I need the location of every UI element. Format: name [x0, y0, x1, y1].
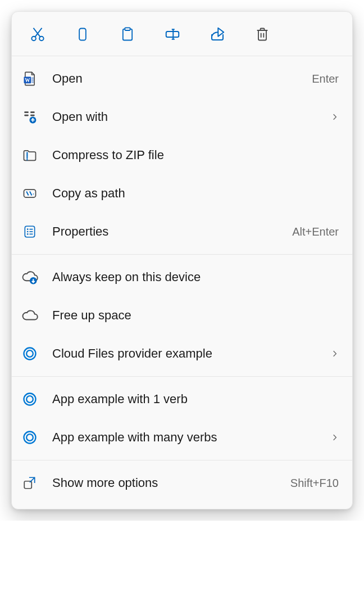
menu-item-app-many[interactable]: App example with many verbs: [12, 418, 352, 457]
menu-label: Compress to ZIP file: [52, 148, 339, 162]
chevron-right-icon: [331, 113, 339, 121]
menu-item-free-space[interactable]: Free up space: [12, 296, 352, 335]
cloud-icon: [21, 306, 39, 324]
menu-item-always-keep[interactable]: Always keep on this device: [12, 258, 352, 296]
rename-icon: [164, 26, 181, 43]
svg-point-26: [27, 231, 29, 233]
svg-point-28: [27, 233, 29, 235]
swirl-icon: [21, 428, 39, 446]
menu-item-cloud-provider[interactable]: Cloud Files provider example: [12, 335, 352, 373]
cloud-keep-icon: [21, 268, 39, 286]
svg-point-36: [26, 434, 33, 441]
chevron-right-icon: [331, 350, 339, 358]
svg-point-31: [24, 348, 36, 360]
share-button[interactable]: [204, 21, 231, 48]
cut-icon: [29, 26, 46, 43]
svg-rect-17: [24, 115, 29, 116]
menu-item-properties[interactable]: Properties Alt+Enter: [12, 213, 352, 251]
chevron-right-icon: [331, 434, 339, 441]
menu-label: App example with 1 verb: [52, 392, 339, 407]
svg-point-0: [31, 37, 36, 41]
shortcut-label: Alt+Enter: [292, 225, 339, 238]
properties-icon: [21, 223, 39, 241]
svg-rect-6: [125, 28, 130, 30]
shortcut-label: Shift+F10: [290, 477, 339, 490]
menu-item-open[interactable]: W Open Enter: [12, 60, 352, 98]
svg-point-1: [39, 37, 44, 41]
menu-item-app-1verb[interactable]: App example with 1 verb: [12, 380, 352, 418]
menu-label: Properties: [52, 224, 292, 239]
svg-rect-4: [79, 29, 86, 40]
open-with-icon: [21, 108, 39, 126]
show-more-icon: [21, 474, 39, 492]
menu-label: Cloud Files provider example: [52, 346, 331, 361]
toolbar: [12, 12, 352, 56]
svg-text:W: W: [25, 78, 30, 83]
svg-point-34: [26, 396, 33, 403]
delete-button[interactable]: [249, 21, 276, 48]
shortcut-label: Enter: [312, 73, 339, 85]
paste-icon: [120, 26, 135, 42]
svg-point-35: [24, 432, 36, 444]
copy-button[interactable]: [69, 21, 96, 48]
menu-label: Copy as path: [52, 186, 339, 201]
menu-item-show-more[interactable]: Show more options Shift+F10: [12, 464, 352, 502]
zip-icon: [21, 146, 39, 164]
delete-icon: [254, 26, 270, 42]
copy-path-icon: [21, 184, 39, 202]
swirl-icon: [21, 345, 39, 363]
menu-item-copy-path[interactable]: Copy as path: [12, 174, 352, 213]
svg-rect-19: [30, 115, 35, 116]
menu-section-cloud: Always keep on this device Free up space…: [12, 255, 352, 376]
svg-rect-16: [24, 111, 29, 113]
menu-item-open-with[interactable]: Open with: [12, 98, 352, 136]
menu-label: Show more options: [52, 476, 290, 490]
svg-point-33: [24, 394, 36, 405]
copy-icon: [75, 26, 90, 42]
menu-label: Open with: [52, 110, 331, 124]
paste-button[interactable]: [114, 21, 141, 48]
svg-rect-7: [166, 31, 179, 37]
swirl-icon: [21, 390, 39, 408]
svg-rect-18: [30, 111, 35, 113]
svg-point-32: [26, 350, 33, 357]
menu-section-more: Show more options Shift+F10: [12, 460, 352, 505]
menu-label: Free up space: [52, 308, 339, 323]
menu-label: Always keep on this device: [52, 270, 339, 285]
menu-label: App example with many verbs: [52, 430, 331, 445]
cut-button[interactable]: [24, 21, 51, 48]
menu-section-apps: App example with 1 verb App example with…: [12, 377, 352, 460]
word-doc-icon: W: [21, 70, 39, 88]
menu-section-file: W Open Enter: [12, 56, 352, 254]
share-icon: [209, 26, 226, 43]
svg-point-24: [27, 228, 29, 230]
svg-rect-22: [24, 189, 36, 197]
menu-label: Open: [52, 71, 312, 86]
rename-button[interactable]: [159, 21, 186, 48]
menu-item-compress[interactable]: Compress to ZIP file: [12, 136, 352, 174]
context-menu: W Open Enter: [11, 11, 353, 509]
